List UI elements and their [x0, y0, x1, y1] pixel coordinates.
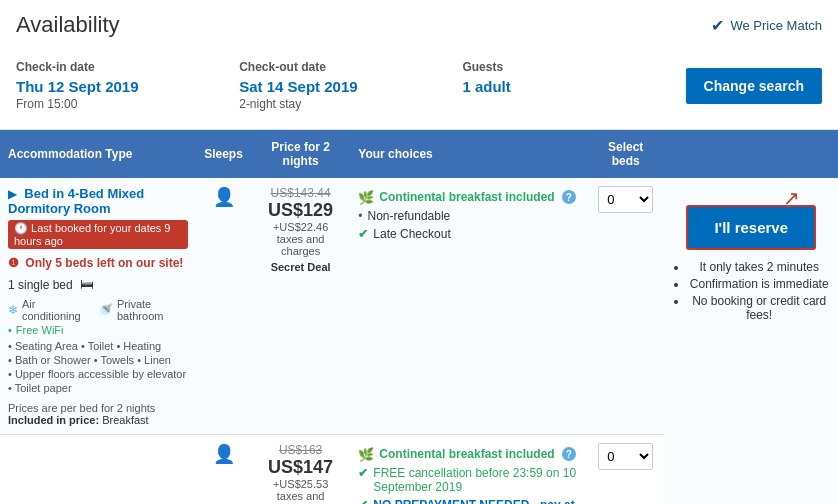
price-cell-row2: US$163 US$147 +US$25.53 taxes and charge… — [251, 435, 350, 505]
availability-table: Accommodation Type Sleeps Price for 2 ni… — [0, 130, 838, 504]
search-bar: Check-in date Thu 12 Sept 2019 From 15:0… — [16, 50, 822, 121]
price-match-icon: ✔ — [711, 16, 724, 35]
choice-breakfast: 🌿 Continental breakfast included ? — [358, 190, 579, 205]
guests-label: Guests — [462, 60, 645, 74]
bed-info: 1 single bed 🛏 — [8, 276, 188, 292]
select-cell-row2: 0 1 2 — [587, 435, 665, 505]
check-icon: ✔ — [358, 227, 368, 241]
included-label: Included in price: — [8, 414, 99, 426]
help-icon-2[interactable]: ? — [562, 447, 576, 461]
secret-deal: Secret Deal — [259, 261, 342, 273]
feature-list-2: • Bath or Shower • Towels • Linen — [8, 354, 188, 366]
nonrefund-text: Non-refundable — [368, 209, 451, 223]
late-checkout-text: Late Checkout — [373, 227, 450, 241]
guests-field: Guests 1 adult — [462, 60, 645, 95]
check-icon-3: ✔ — [358, 498, 368, 504]
choice-late-checkout: ✔ Late Checkout — [358, 227, 579, 241]
choice-nonrefund: • Non-refundable — [358, 209, 579, 223]
included-price: Included in price: Breakfast — [8, 414, 188, 426]
only-left-warning: ❶ Only 5 beds left on our site! — [8, 256, 188, 270]
included-value: Breakfast — [102, 414, 148, 426]
choice-free-cancel: ✔ FREE cancellation before 23:59 on 10 S… — [358, 466, 579, 494]
bed-icon: 🛏 — [80, 276, 94, 292]
breakfast-text: Continental breakfast included — [379, 190, 554, 204]
col-select-beds: Select beds — [587, 130, 665, 178]
reserve-button[interactable]: I'll reserve — [686, 205, 816, 250]
tax-line1: +US$22.46 — [259, 221, 342, 233]
col-sleeps: Sleeps — [196, 130, 251, 178]
checkin-sub: From 15:00 — [16, 97, 199, 111]
room-info-cell-row2 — [0, 435, 196, 505]
choice-breakfast-2: 🌿 Continental breakfast included ? — [358, 447, 579, 462]
checkout-field: Check-out date Sat 14 Sept 2019 2-night … — [239, 60, 422, 111]
check-icon-2: ✔ — [358, 466, 368, 480]
warning-icon: ❶ — [8, 256, 19, 270]
bullet-icon: • — [358, 209, 362, 223]
price-footer: Prices are per bed for 2 nights — [8, 402, 188, 414]
page-title: Availability — [16, 12, 120, 38]
last-booked-text: Last booked for your dates 9 hours ago — [14, 222, 171, 247]
col-reserve — [664, 130, 838, 178]
room-name-container: ▶ Bed in 4-Bed Mixed Dormitory Room — [8, 186, 188, 216]
col-price: Price for 2 nights — [251, 130, 350, 178]
select-cell-row1: 0 1 2 — [587, 178, 665, 435]
table-row: ▶ Bed in 4-Bed Mixed Dormitory Room 🕐 La… — [0, 178, 838, 435]
choices-cell-row2: 🌿 Continental breakfast included ? ✔ FRE… — [350, 435, 587, 505]
price-match-label: We Price Match — [730, 18, 822, 33]
table-header-row: Accommodation Type Sleeps Price for 2 ni… — [0, 130, 838, 178]
benefits-list: It only takes 2 minutes Confirmation is … — [672, 260, 830, 322]
amenity-ac: ❄ Air conditioning 🚿 Private bathroom — [8, 298, 188, 322]
choices-cell-row1: 🌿 Continental breakfast included ? • Non… — [350, 178, 587, 435]
change-search-button[interactable]: Change search — [686, 68, 822, 104]
bath-label: Private bathroom — [117, 298, 188, 322]
guests-value: 1 adult — [462, 78, 645, 95]
sleeps-cell: 👤 — [196, 178, 251, 435]
wifi-label: Free WiFi — [16, 324, 64, 336]
amenities-section: ❄ Air conditioning 🚿 Private bathroom • … — [8, 298, 188, 336]
breakfast-text-2: Continental breakfast included — [379, 447, 554, 461]
amenity-wifi: • Free WiFi — [8, 324, 188, 336]
leaf-icon: 🌿 — [358, 190, 374, 205]
beds-select-row2[interactable]: 0 1 2 — [598, 443, 653, 470]
current-price-2: US$147 — [259, 457, 342, 478]
header: Availability ✔ We Price Match Check-in d… — [0, 0, 838, 130]
person-icon-2: 👤 — [213, 444, 235, 464]
beds-select-row1[interactable]: 0 1 2 — [598, 186, 653, 213]
person-icon: 👤 — [213, 187, 235, 207]
help-icon[interactable]: ? — [562, 190, 576, 204]
sleeps-cell-row2: 👤 — [196, 435, 251, 505]
feature-list-1: • Seating Area • Toilet • Heating — [8, 340, 188, 352]
tax-line2: taxes and charges — [259, 233, 342, 257]
benefit-2: Confirmation is immediate — [688, 277, 830, 291]
checkout-value: Sat 14 Sept 2019 — [239, 78, 422, 95]
room-info-cell: ▶ Bed in 4-Bed Mixed Dormitory Room 🕐 La… — [0, 178, 196, 435]
benefit-3: No booking or credit card fees! — [688, 294, 830, 322]
clock-icon: 🕐 — [14, 222, 28, 234]
room-name-link[interactable]: Bed in 4-Bed Mixed Dormitory Room — [8, 186, 144, 216]
checkin-field: Check-in date Thu 12 Sept 2019 From 15:0… — [16, 60, 199, 111]
checkin-label: Check-in date — [16, 60, 199, 74]
bath-icon: 🚿 — [98, 303, 113, 317]
original-price: US$143.44 — [259, 186, 342, 200]
feature-list-3: • Upper floors accessible by elevator — [8, 368, 188, 380]
benefit-1: It only takes 2 minutes — [688, 260, 830, 274]
leaf-icon-2: 🌿 — [358, 447, 374, 462]
expand-icon: ▶ — [8, 187, 17, 201]
col-accommodation: Accommodation Type — [0, 130, 196, 178]
feature-list-4: • Toilet paper — [8, 382, 188, 394]
free-cancel-text: FREE cancellation before 23:59 on 10 Sep… — [373, 466, 579, 494]
current-price: US$129 — [259, 200, 342, 221]
bed-text: 1 single bed — [8, 278, 73, 292]
tax-line1-2: +US$25.53 — [259, 478, 342, 490]
wifi-icon: • — [8, 324, 12, 336]
header-top: Availability ✔ We Price Match — [16, 12, 822, 38]
checkin-value: Thu 12 Sept 2019 — [16, 78, 199, 95]
original-price-2: US$163 — [259, 443, 342, 457]
ac-icon: ❄ — [8, 303, 18, 317]
ac-label: Air conditioning — [22, 298, 86, 322]
choice-no-prepay: ✔ NO PREPAYMENT NEEDED - pay at the prop… — [358, 498, 579, 504]
only-left-text: Only 5 beds left on our site! — [25, 256, 183, 270]
reserve-cell-row1: ↗ I'll reserve It only takes 2 minutes C… — [664, 178, 838, 504]
price-match-badge: ✔ We Price Match — [711, 16, 822, 35]
checkout-label: Check-out date — [239, 60, 422, 74]
